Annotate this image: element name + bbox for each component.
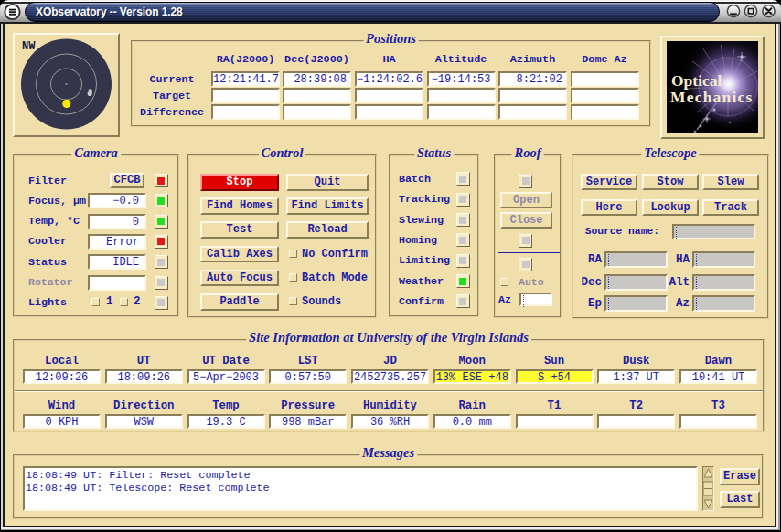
svg-text:Mechanics: Mechanics [670,88,754,106]
svg-text:Optical: Optical [671,71,722,90]
svg-text:NW: NW [22,40,36,53]
